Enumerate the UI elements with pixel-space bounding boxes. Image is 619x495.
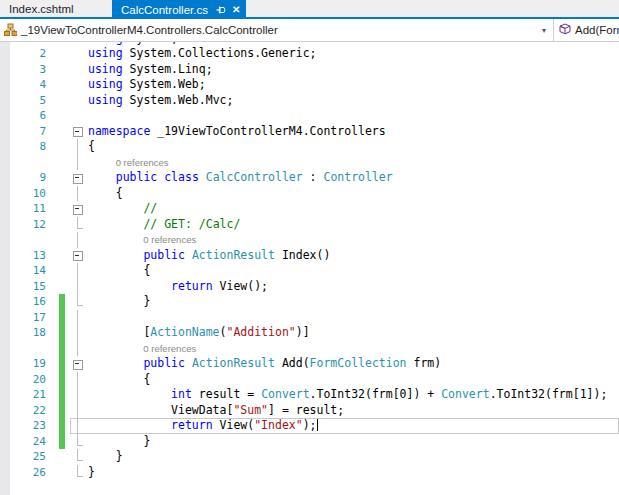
code-line[interactable]: 9 public class CalcController : Controll…	[0, 170, 619, 186]
close-icon[interactable]: ✕	[232, 5, 240, 15]
class-icon	[4, 23, 17, 38]
code-line[interactable]: 3using System.Linq;	[0, 62, 619, 78]
line-number[interactable]: 24	[10, 434, 46, 450]
line-content: {	[70, 139, 619, 155]
code-line[interactable]: 7namespace _19ViewToControllerM4.Control…	[0, 124, 619, 140]
line-number[interactable]: 3	[10, 62, 46, 78]
collapse-toggle-icon[interactable]	[70, 124, 85, 140]
change-tracking-bar	[59, 434, 65, 450]
collapse-toggle-icon[interactable]	[70, 248, 85, 264]
line-number[interactable]: 18	[10, 325, 46, 341]
line-number[interactable]: 23	[10, 418, 46, 434]
line-number[interactable]: 13	[10, 248, 46, 264]
line-number[interactable]: 26	[10, 465, 46, 481]
code-line[interactable]: 12 // GET: /Calc/	[0, 217, 619, 233]
line-number[interactable]: 19	[10, 356, 46, 372]
line-content: }	[70, 449, 619, 465]
code-line[interactable]: 4using System.Web;	[0, 77, 619, 93]
codelens-references[interactable]: 0 references	[85, 155, 168, 171]
line-number[interactable]: 9	[10, 170, 46, 186]
code-line[interactable]: 20 {	[0, 372, 619, 388]
code-line[interactable]: 22 ViewData["Sum"] = result;	[0, 403, 619, 419]
line-content: return View();	[70, 279, 619, 295]
outline-guide	[70, 372, 85, 388]
type-dropdown[interactable]: _19ViewToControllerM4.Controllers.CalcCo…	[0, 19, 553, 41]
line-number[interactable]: 22	[10, 403, 46, 419]
code-text: public ActionResult Add(FormCollection f…	[85, 356, 441, 372]
code-line[interactable]: 13 public ActionResult Index()	[0, 248, 619, 264]
tab-label: CalcController.cs	[121, 4, 208, 16]
code-line[interactable]: 18 [ActionName("Addition")]	[0, 325, 619, 341]
outline-guide	[70, 418, 85, 434]
tab-calccontroller-cs[interactable]: CalcController.cs ✕	[112, 0, 246, 19]
collapse-toggle-icon[interactable]	[70, 201, 85, 217]
change-bar-margin	[46, 232, 70, 248]
code-line[interactable]: 26}	[0, 465, 619, 481]
line-number[interactable]: 20	[10, 372, 46, 388]
code-line[interactable]: 6	[0, 108, 619, 124]
change-bar-margin	[46, 139, 70, 155]
line-number[interactable]	[10, 155, 46, 171]
collapse-toggle-icon[interactable]	[70, 170, 85, 186]
codelens-row[interactable]: 0 references	[0, 232, 619, 248]
code-line[interactable]: 16 }	[0, 294, 619, 310]
pin-icon[interactable]	[216, 5, 226, 15]
codelens-row[interactable]: 0 references	[0, 341, 619, 357]
code-text: return View("Index");	[85, 418, 318, 434]
tab-index-cshtml[interactable]: Index.cshtml	[0, 0, 83, 17]
code-line[interactable]: 15 return View();	[0, 279, 619, 295]
codelens-row[interactable]: 0 references	[0, 155, 619, 171]
line-number[interactable]: 4	[10, 77, 46, 93]
code-line[interactable]: 23 return View("Index");	[0, 418, 619, 434]
line-number[interactable]: 10	[10, 186, 46, 202]
code-line[interactable]: 8{	[0, 139, 619, 155]
code-line[interactable]: 11 //	[0, 201, 619, 217]
code-line[interactable]: 5using System.Web.Mvc;	[0, 93, 619, 109]
outline-guide	[70, 232, 85, 248]
code-line[interactable]: 21 int result = Convert.ToInt32(frm[0]) …	[0, 387, 619, 403]
codelens-references[interactable]: 0 references	[85, 232, 196, 248]
outline-guide	[70, 263, 85, 279]
code-line[interactable]: 10 {	[0, 186, 619, 202]
outline-guide	[70, 310, 85, 326]
code-line[interactable]: 2using System.Collections.Generic;	[0, 46, 619, 62]
code-line[interactable]: 19 public ActionResult Add(FormCollectio…	[0, 356, 619, 372]
code-text: using System.Web;	[85, 77, 206, 93]
line-number[interactable]: 21	[10, 387, 46, 403]
line-number[interactable]: 16	[10, 294, 46, 310]
code-line[interactable]: 14 {	[0, 263, 619, 279]
collapse-toggle-icon[interactable]	[70, 356, 85, 372]
line-number[interactable]	[10, 341, 46, 357]
code-line[interactable]: 17	[0, 310, 619, 326]
line-number[interactable]: 15	[10, 279, 46, 295]
change-bar-margin	[46, 263, 70, 279]
chevron-down-icon[interactable]: ▾	[542, 26, 546, 35]
code-line[interactable]: 24 }	[0, 434, 619, 450]
code-editor[interactable]: 1using System;2using System.Collections.…	[0, 42, 619, 495]
line-number[interactable]	[10, 232, 46, 248]
line-number[interactable]: 8	[10, 139, 46, 155]
line-number[interactable]: 5	[10, 93, 46, 109]
change-bar-margin	[46, 77, 70, 93]
line-number[interactable]: 7	[10, 124, 46, 140]
change-bar-margin	[46, 155, 70, 171]
line-content: using System.Collections.Generic;	[70, 46, 619, 62]
line-number[interactable]: 12	[10, 217, 46, 233]
code-text: public ActionResult Index()	[85, 248, 330, 264]
member-dropdown[interactable]: Add(FormC	[554, 19, 619, 41]
line-content: {	[70, 263, 619, 279]
line-number[interactable]: 14	[10, 263, 46, 279]
line-number[interactable]: 17	[10, 310, 46, 326]
line-number[interactable]: 2	[10, 46, 46, 62]
code-text: using System.Linq;	[85, 62, 213, 78]
line-number[interactable]: 6	[10, 108, 46, 124]
change-bar-margin	[46, 46, 70, 62]
codelens-references[interactable]: 0 references	[85, 341, 196, 357]
line-number[interactable]: 11	[10, 201, 46, 217]
line-number[interactable]: 25	[10, 449, 46, 465]
code-line[interactable]: 25 }	[0, 449, 619, 465]
change-bar-margin	[46, 310, 70, 326]
change-bar-margin	[46, 108, 70, 124]
line-content: ViewData["Sum"] = result;	[70, 403, 619, 419]
line-content: using System.Linq;	[70, 62, 619, 78]
